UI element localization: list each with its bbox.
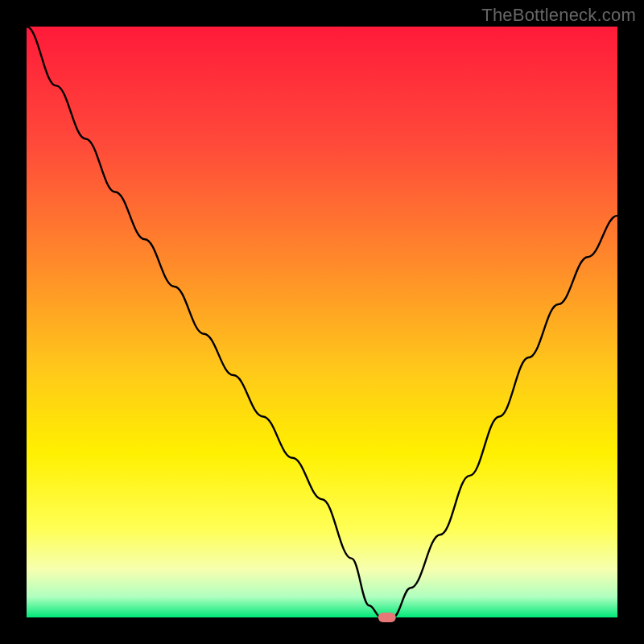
optimal-marker bbox=[378, 613, 396, 622]
bottleneck-chart bbox=[0, 0, 644, 644]
chart-frame: TheBottleneck.com bbox=[0, 0, 644, 644]
watermark-text: TheBottleneck.com bbox=[481, 5, 636, 26]
plot-background bbox=[27, 27, 617, 617]
